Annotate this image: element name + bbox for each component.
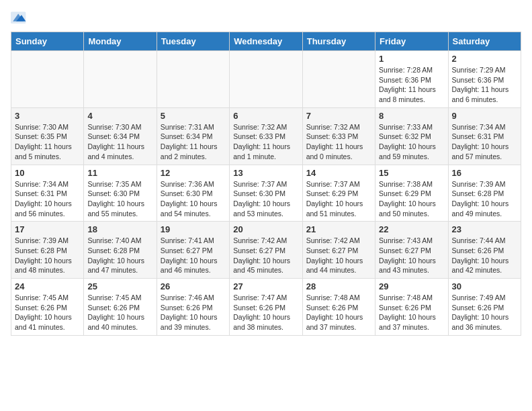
logo	[11, 11, 30, 25]
day-info: Sunrise: 7:44 AM Sunset: 6:26 PM Dayligh…	[452, 236, 517, 275]
day-number: 27	[233, 281, 298, 291]
day-number: 10	[15, 168, 80, 178]
day-number: 11	[87, 168, 152, 178]
day-info: Sunrise: 7:30 AM Sunset: 6:35 PM Dayligh…	[15, 122, 80, 162]
day-info: Sunrise: 7:48 AM Sunset: 6:26 PM Dayligh…	[379, 293, 444, 332]
calendar-cell: 23Sunrise: 7:44 AM Sunset: 6:26 PM Dayli…	[448, 222, 521, 279]
calendar-cell: 26Sunrise: 7:46 AM Sunset: 6:26 PM Dayli…	[157, 279, 229, 336]
day-number: 23	[452, 224, 517, 234]
calendar-cell: 16Sunrise: 7:39 AM Sunset: 6:28 PM Dayli…	[448, 165, 521, 222]
calendar-cell: 2Sunrise: 7:29 AM Sunset: 6:36 PM Daylig…	[448, 51, 521, 108]
day-info: Sunrise: 7:33 AM Sunset: 6:32 PM Dayligh…	[379, 122, 444, 162]
day-number: 18	[87, 224, 152, 234]
day-info: Sunrise: 7:32 AM Sunset: 6:33 PM Dayligh…	[233, 122, 298, 162]
day-number: 19	[161, 224, 226, 234]
day-header-thursday: Thursday	[302, 32, 375, 51]
calendar-cell: 13Sunrise: 7:37 AM Sunset: 6:30 PM Dayli…	[230, 165, 302, 222]
day-number: 7	[306, 111, 371, 121]
day-info: Sunrise: 7:45 AM Sunset: 6:26 PM Dayligh…	[87, 293, 152, 332]
day-info: Sunrise: 7:30 AM Sunset: 6:34 PM Dayligh…	[87, 122, 152, 162]
day-info: Sunrise: 7:42 AM Sunset: 6:27 PM Dayligh…	[306, 236, 371, 275]
logo-icon	[11, 11, 27, 25]
day-info: Sunrise: 7:28 AM Sunset: 6:36 PM Dayligh…	[379, 65, 444, 105]
calendar-cell	[11, 51, 84, 108]
calendar-cell: 22Sunrise: 7:43 AM Sunset: 6:27 PM Dayli…	[375, 222, 448, 279]
day-info: Sunrise: 7:37 AM Sunset: 6:29 PM Dayligh…	[306, 179, 371, 219]
day-info: Sunrise: 7:34 AM Sunset: 6:31 PM Dayligh…	[452, 122, 517, 162]
day-info: Sunrise: 7:36 AM Sunset: 6:30 PM Dayligh…	[161, 179, 226, 219]
calendar-cell: 28Sunrise: 7:48 AM Sunset: 6:26 PM Dayli…	[302, 279, 375, 336]
day-number: 3	[15, 111, 80, 121]
calendar-cell: 10Sunrise: 7:34 AM Sunset: 6:31 PM Dayli…	[11, 165, 84, 222]
calendar-cell: 9Sunrise: 7:34 AM Sunset: 6:31 PM Daylig…	[448, 107, 521, 165]
calendar-cell: 3Sunrise: 7:30 AM Sunset: 6:35 PM Daylig…	[11, 107, 84, 165]
day-number: 22	[379, 224, 444, 234]
calendar-cell: 5Sunrise: 7:31 AM Sunset: 6:34 PM Daylig…	[157, 107, 229, 165]
day-header-friday: Friday	[375, 32, 448, 51]
day-number: 12	[161, 168, 226, 178]
day-info: Sunrise: 7:47 AM Sunset: 6:26 PM Dayligh…	[233, 293, 298, 332]
calendar-cell: 12Sunrise: 7:36 AM Sunset: 6:30 PM Dayli…	[157, 165, 229, 222]
calendar-cell: 15Sunrise: 7:38 AM Sunset: 6:29 PM Dayli…	[375, 165, 448, 222]
day-info: Sunrise: 7:35 AM Sunset: 6:30 PM Dayligh…	[87, 179, 152, 219]
page-header	[11, 11, 521, 25]
day-number: 20	[233, 224, 298, 234]
day-number: 9	[452, 111, 517, 121]
day-number: 25	[87, 281, 152, 291]
calendar-cell: 30Sunrise: 7:49 AM Sunset: 6:26 PM Dayli…	[448, 279, 521, 336]
header-row: SundayMondayTuesdayWednesdayThursdayFrid…	[11, 32, 521, 51]
day-info: Sunrise: 7:41 AM Sunset: 6:27 PM Dayligh…	[161, 236, 226, 275]
calendar-cell: 29Sunrise: 7:48 AM Sunset: 6:26 PM Dayli…	[375, 279, 448, 336]
calendar-cell: 11Sunrise: 7:35 AM Sunset: 6:30 PM Dayli…	[84, 165, 157, 222]
calendar-cell: 7Sunrise: 7:32 AM Sunset: 6:33 PM Daylig…	[302, 107, 375, 165]
calendar-table: SundayMondayTuesdayWednesdayThursdayFrid…	[11, 32, 521, 336]
calendar-cell: 19Sunrise: 7:41 AM Sunset: 6:27 PM Dayli…	[157, 222, 229, 279]
calendar-cell: 24Sunrise: 7:45 AM Sunset: 6:26 PM Dayli…	[11, 279, 84, 336]
calendar-cell	[84, 51, 157, 108]
day-header-wednesday: Wednesday	[230, 32, 302, 51]
day-number: 16	[452, 168, 517, 178]
calendar-cell: 8Sunrise: 7:33 AM Sunset: 6:32 PM Daylig…	[375, 107, 448, 165]
calendar-cell	[230, 51, 302, 108]
calendar-cell: 18Sunrise: 7:40 AM Sunset: 6:28 PM Dayli…	[84, 222, 157, 279]
day-number: 6	[233, 111, 298, 121]
day-number: 29	[379, 281, 444, 291]
calendar-cell: 27Sunrise: 7:47 AM Sunset: 6:26 PM Dayli…	[230, 279, 302, 336]
calendar-cell: 17Sunrise: 7:39 AM Sunset: 6:28 PM Dayli…	[11, 222, 84, 279]
day-number: 4	[87, 111, 152, 121]
day-info: Sunrise: 7:38 AM Sunset: 6:29 PM Dayligh…	[379, 179, 444, 219]
week-row-5: 24Sunrise: 7:45 AM Sunset: 6:26 PM Dayli…	[11, 279, 521, 336]
day-number: 21	[306, 224, 371, 234]
day-info: Sunrise: 7:43 AM Sunset: 6:27 PM Dayligh…	[379, 236, 444, 275]
day-info: Sunrise: 7:42 AM Sunset: 6:27 PM Dayligh…	[233, 236, 298, 275]
calendar-cell	[302, 51, 375, 108]
day-header-sunday: Sunday	[11, 32, 84, 51]
day-number: 26	[161, 281, 226, 291]
day-number: 8	[379, 111, 444, 121]
day-info: Sunrise: 7:39 AM Sunset: 6:28 PM Dayligh…	[15, 236, 80, 275]
day-info: Sunrise: 7:37 AM Sunset: 6:30 PM Dayligh…	[233, 179, 298, 219]
day-info: Sunrise: 7:49 AM Sunset: 6:26 PM Dayligh…	[452, 293, 517, 332]
day-header-saturday: Saturday	[448, 32, 521, 51]
calendar-cell: 14Sunrise: 7:37 AM Sunset: 6:29 PM Dayli…	[302, 165, 375, 222]
week-row-2: 3Sunrise: 7:30 AM Sunset: 6:35 PM Daylig…	[11, 107, 521, 165]
day-info: Sunrise: 7:45 AM Sunset: 6:26 PM Dayligh…	[15, 293, 80, 332]
day-info: Sunrise: 7:39 AM Sunset: 6:28 PM Dayligh…	[452, 179, 517, 219]
day-number: 28	[306, 281, 371, 291]
day-info: Sunrise: 7:31 AM Sunset: 6:34 PM Dayligh…	[161, 122, 226, 162]
calendar-cell: 25Sunrise: 7:45 AM Sunset: 6:26 PM Dayli…	[84, 279, 157, 336]
day-number: 1	[379, 54, 444, 64]
day-number: 13	[233, 168, 298, 178]
day-number: 14	[306, 168, 371, 178]
calendar-cell: 4Sunrise: 7:30 AM Sunset: 6:34 PM Daylig…	[84, 107, 157, 165]
day-number: 17	[15, 224, 80, 234]
day-number: 24	[15, 281, 80, 291]
day-header-monday: Monday	[84, 32, 157, 51]
calendar-cell: 6Sunrise: 7:32 AM Sunset: 6:33 PM Daylig…	[230, 107, 302, 165]
day-info: Sunrise: 7:29 AM Sunset: 6:36 PM Dayligh…	[452, 65, 517, 105]
week-row-1: 1Sunrise: 7:28 AM Sunset: 6:36 PM Daylig…	[11, 51, 521, 108]
day-number: 5	[161, 111, 226, 121]
day-info: Sunrise: 7:40 AM Sunset: 6:28 PM Dayligh…	[87, 236, 152, 275]
calendar-cell	[157, 51, 229, 108]
day-info: Sunrise: 7:34 AM Sunset: 6:31 PM Dayligh…	[15, 179, 80, 219]
